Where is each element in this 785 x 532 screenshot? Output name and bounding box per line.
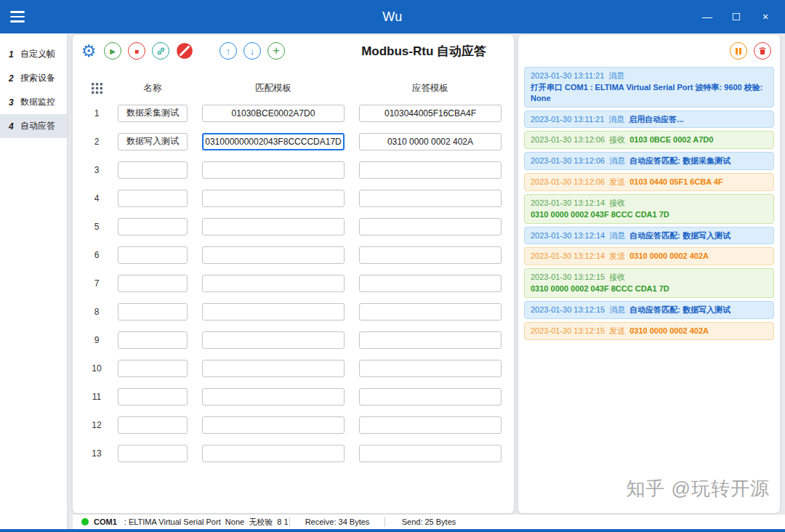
answer-template-input[interactable]: [359, 105, 502, 122]
sidebar: 1 自定义帧 2 搜索设备 3 数据监控 4 自动应答: [0, 33, 67, 529]
match-template-input[interactable]: [202, 246, 345, 264]
sidebar-item[interactable]: 3 数据监控: [0, 90, 67, 114]
answer-template-input[interactable]: [359, 416, 502, 434]
log-tag: 消息: [609, 156, 625, 166]
name-input[interactable]: [118, 161, 188, 179]
toolbar-group-io: ↑ ↓ +: [220, 42, 285, 60]
sidebar-item[interactable]: 4 自动应答: [0, 114, 67, 138]
log-text: 自动应答匹配: 数据采集测试: [629, 156, 730, 166]
answer-template-input[interactable]: [359, 246, 502, 264]
start-icon[interactable]: ▶: [104, 42, 121, 60]
sidebar-item[interactable]: 1 自定义帧: [0, 42, 67, 66]
name-input[interactable]: [118, 416, 188, 434]
table-row: 6: [73, 241, 514, 269]
answer-template-input[interactable]: [359, 218, 502, 235]
import-icon[interactable]: ↑: [220, 42, 237, 60]
match-template-input[interactable]: [202, 388, 345, 406]
log-text: 打开串口 COM1 : ELTIMA Virtual Serial Port 波…: [531, 82, 768, 104]
log-entry: 2023-01-30 13:12:06 消息 自动应答匹配: 数据采集测试: [524, 152, 774, 170]
match-template-input[interactable]: [202, 303, 345, 321]
match-template-input[interactable]: [202, 161, 345, 179]
answer-template-input[interactable]: [359, 190, 502, 207]
log-tag: 接收: [609, 198, 625, 209]
log-text: 启用自动应答...: [629, 114, 683, 125]
sidebar-item[interactable]: 2 搜索设备: [0, 66, 67, 90]
log-entry: 2023-01-30 13:12:15 接收 0310 0000 0002 04…: [524, 268, 774, 298]
receive-count: Receive: 34 Bytes: [290, 517, 385, 526]
answer-template-input[interactable]: [359, 303, 502, 321]
match-template-input[interactable]: [202, 218, 345, 235]
log-text: 0310 0000 0002 043F 8CCC CDA1 7D: [531, 283, 669, 294]
log-tag: 发送: [609, 177, 625, 188]
table-row: 3: [73, 156, 514, 184]
name-input[interactable]: [118, 246, 188, 264]
row-index: 8: [86, 307, 108, 317]
match-template-input[interactable]: [202, 105, 345, 122]
answer-template-input[interactable]: [359, 275, 502, 292]
close-button[interactable]: ×: [753, 6, 778, 28]
stop-icon[interactable]: ■: [128, 42, 145, 60]
match-template-input[interactable]: [202, 275, 345, 292]
add-icon[interactable]: +: [267, 42, 285, 60]
log-entry: 2023-01-30 13:12:06 发送 0103 0440 05F1 6C…: [524, 173, 774, 191]
log-tag: 消息: [608, 70, 624, 81]
name-input[interactable]: [118, 275, 188, 292]
port-name: COM1: [94, 517, 117, 526]
name-input[interactable]: [118, 190, 188, 207]
match-template-input[interactable]: [202, 133, 345, 150]
row-index: 2: [86, 137, 108, 147]
log-time: 2023-01-30 13:12:14: [531, 251, 605, 262]
name-input[interactable]: [118, 133, 188, 150]
log-entry: 2023-01-30 13:12:14 消息 自动应答匹配: 数据写入测试: [524, 227, 774, 245]
answer-template-input[interactable]: [359, 360, 502, 377]
header-name: 名称: [118, 82, 188, 94]
match-template-input[interactable]: [202, 445, 345, 462]
name-input[interactable]: [118, 331, 188, 349]
log-time: 2023-01-30 13:12:15: [531, 326, 605, 336]
sidebar-item-number: 1: [9, 49, 15, 60]
clear-log-icon[interactable]: [754, 42, 771, 60]
match-template-input[interactable]: [202, 360, 345, 377]
name-input[interactable]: [118, 445, 188, 462]
row-index: 11: [86, 392, 108, 402]
answer-template-input[interactable]: [359, 133, 502, 150]
name-input[interactable]: [118, 303, 188, 321]
minimize-button[interactable]: —: [695, 6, 720, 28]
match-template-input[interactable]: [202, 416, 345, 434]
sidebar-item-label: 自动应答: [20, 120, 55, 132]
disconnect-icon[interactable]: [176, 42, 193, 60]
log-list[interactable]: 2023-01-30 13:11:21 消息 打开串口 COM1 : ELTIM…: [518, 61, 780, 346]
sidebar-item-label: 数据监控: [20, 96, 55, 108]
log-time: 2023-01-30 13:11:21: [531, 114, 604, 125]
name-input[interactable]: [118, 105, 188, 122]
table-row: 4: [73, 184, 514, 212]
name-input[interactable]: [118, 388, 188, 406]
name-input[interactable]: [118, 360, 188, 377]
match-template-input[interactable]: [202, 190, 345, 207]
maximize-button[interactable]: ☐: [724, 6, 749, 28]
table-row: 10: [73, 354, 514, 382]
match-template-input[interactable]: [202, 331, 345, 349]
row-index: 13: [86, 448, 108, 459]
log-tag: 发送: [609, 251, 625, 262]
answer-template-input[interactable]: [359, 161, 502, 179]
row-index: 6: [86, 250, 108, 260]
settings-icon[interactable]: ⚙: [80, 42, 97, 60]
table-header: 名称 匹配模板 应答模板: [73, 77, 514, 99]
log-entry: 2023-01-30 13:12:15 消息 自动应答匹配: 数据写入测试: [524, 301, 774, 319]
sidebar-item-label: 自定义帧: [20, 48, 55, 60]
row-index: 1: [86, 108, 108, 118]
log-tag: 消息: [608, 114, 624, 125]
answer-template-input[interactable]: [359, 388, 502, 406]
header-match-template: 匹配模板: [202, 82, 345, 94]
answer-template-input[interactable]: [359, 331, 502, 349]
grid-icon[interactable]: [86, 83, 108, 94]
name-input[interactable]: [118, 218, 188, 235]
answer-template-input[interactable]: [359, 445, 502, 462]
export-icon[interactable]: ↓: [243, 42, 261, 60]
send-count: Send: 25 Bytes: [385, 517, 472, 526]
log-entry: 2023-01-30 13:12:15 发送 0310 0000 0002 40…: [524, 322, 774, 340]
pause-icon[interactable]: [730, 42, 747, 60]
connect-icon[interactable]: [152, 42, 169, 60]
row-index: 12: [86, 420, 108, 430]
